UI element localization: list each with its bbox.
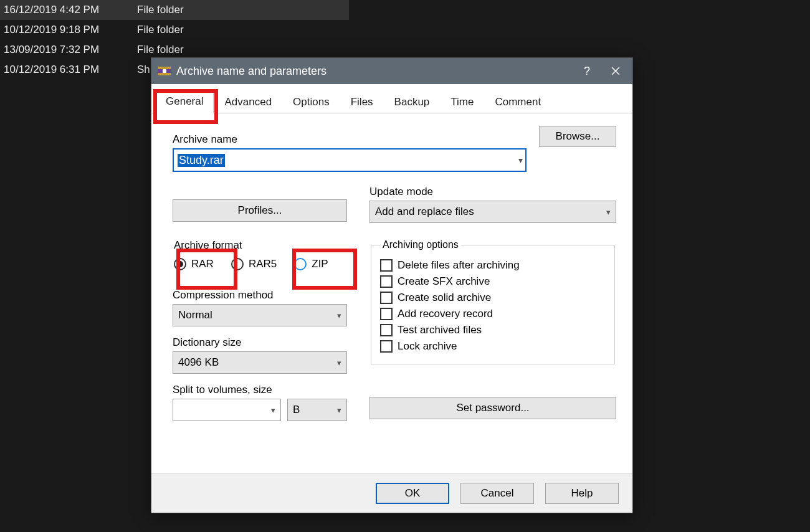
help-button[interactable]: ? bbox=[573, 58, 601, 84]
tab-body-general: Archive name Study.rar ▾ Browse... Profi… bbox=[151, 113, 632, 473]
archive-name-value: Study.rar bbox=[178, 154, 225, 167]
file-date: 16/12/2019 4:42 PM bbox=[0, 4, 128, 16]
file-date: 10/12/2019 6:31 PM bbox=[0, 64, 128, 76]
dictionary-size-value: 4096 KB bbox=[178, 356, 219, 369]
file-type: File folder bbox=[128, 44, 184, 56]
winrar-icon bbox=[158, 64, 171, 78]
update-mode-select[interactable]: Add and replace files ▾ bbox=[369, 201, 616, 223]
tab-options[interactable]: Options bbox=[282, 92, 340, 113]
set-password-button[interactable]: Set password... bbox=[369, 397, 616, 419]
titlebar[interactable]: Archive name and parameters ? bbox=[151, 58, 632, 84]
file-row[interactable]: 16/12/2019 4:42 PM File folder bbox=[0, 0, 349, 20]
close-button[interactable] bbox=[601, 58, 630, 84]
update-mode-label: Update mode bbox=[369, 186, 616, 198]
chevron-down-icon: ▾ bbox=[337, 358, 341, 368]
checkbox-icon bbox=[380, 292, 393, 304]
compression-method-value: Normal bbox=[178, 309, 212, 321]
check-solid[interactable]: Create solid archive bbox=[380, 292, 606, 304]
split-volumes-label: Split to volumes, size bbox=[173, 384, 347, 396]
tab-advanced[interactable]: Advanced bbox=[214, 92, 282, 113]
cancel-button[interactable]: Cancel bbox=[460, 483, 534, 504]
tab-general[interactable]: General bbox=[155, 91, 214, 113]
radio-rar5[interactable]: RAR5 bbox=[231, 258, 277, 270]
dialog-button-bar: OK Cancel Help bbox=[151, 473, 632, 513]
chevron-down-icon: ▾ bbox=[337, 406, 341, 415]
split-unit-select[interactable]: B ▾ bbox=[287, 399, 347, 421]
svg-rect-3 bbox=[163, 69, 166, 73]
help-button-bottom[interactable]: Help bbox=[545, 483, 619, 504]
radio-dot-icon bbox=[294, 258, 307, 270]
tab-time[interactable]: Time bbox=[440, 92, 484, 113]
file-type: Sh bbox=[128, 64, 150, 76]
compression-method-label: Compression method bbox=[173, 289, 347, 302]
check-delete-after[interactable]: Delete files after archiving bbox=[380, 259, 606, 272]
archive-name-input[interactable]: Study.rar ▾ bbox=[173, 148, 526, 172]
chevron-down-icon: ▾ bbox=[271, 406, 275, 415]
dialog-title: Archive name and parameters bbox=[171, 65, 573, 78]
chevron-down-icon: ▾ bbox=[337, 311, 341, 320]
radio-dot-icon bbox=[174, 258, 186, 270]
checkbox-icon bbox=[380, 324, 393, 336]
update-mode-value: Add and replace files bbox=[375, 206, 474, 218]
browse-button[interactable]: Browse... bbox=[539, 126, 616, 147]
archive-name-label: Archive name bbox=[173, 133, 526, 146]
tab-backup[interactable]: Backup bbox=[384, 92, 441, 113]
checkbox-icon bbox=[380, 259, 393, 272]
checkbox-icon bbox=[380, 340, 393, 353]
tab-comment[interactable]: Comment bbox=[484, 92, 551, 113]
file-row[interactable]: 10/12/2019 9:18 PM File folder bbox=[0, 20, 349, 40]
archiving-options-label: Archiving options bbox=[380, 239, 461, 250]
chevron-down-icon: ▾ bbox=[606, 207, 611, 217]
tab-files[interactable]: Files bbox=[340, 92, 384, 113]
profiles-button[interactable]: Profiles... bbox=[173, 199, 347, 222]
chevron-down-icon[interactable]: ▾ bbox=[518, 155, 523, 165]
checkbox-icon bbox=[380, 275, 393, 288]
archive-format-group: Archive format RAR RAR5 ZIP bbox=[174, 239, 346, 274]
radio-zip[interactable]: ZIP bbox=[294, 258, 328, 270]
check-recovery[interactable]: Add recovery record bbox=[380, 308, 606, 320]
split-size-input[interactable]: ▾ bbox=[173, 399, 281, 421]
svg-rect-2 bbox=[158, 73, 171, 75]
archive-format-label: Archive format bbox=[174, 239, 346, 252]
ok-button[interactable]: OK bbox=[376, 483, 449, 504]
split-unit-value: B bbox=[293, 404, 300, 416]
check-lock[interactable]: Lock archive bbox=[380, 340, 606, 353]
compression-method-select[interactable]: Normal ▾ bbox=[173, 304, 347, 326]
dictionary-size-select[interactable]: 4096 KB ▾ bbox=[173, 351, 347, 374]
radio-dot-icon bbox=[231, 258, 244, 270]
file-date: 13/09/2019 7:32 PM bbox=[0, 44, 128, 56]
checkbox-icon bbox=[380, 308, 393, 320]
radio-rar[interactable]: RAR bbox=[174, 258, 214, 270]
tabstrip: General Advanced Options Files Backup Ti… bbox=[151, 84, 632, 113]
file-type: File folder bbox=[128, 4, 184, 16]
check-test[interactable]: Test archived files bbox=[380, 324, 606, 336]
file-type: File folder bbox=[128, 24, 184, 36]
check-sfx[interactable]: Create SFX archive bbox=[380, 275, 606, 288]
svg-rect-1 bbox=[158, 67, 171, 69]
archive-parameters-dialog: Archive name and parameters ? General Ad… bbox=[151, 57, 633, 513]
dictionary-size-label: Dictionary size bbox=[173, 336, 347, 349]
archiving-options-group: Archiving options Delete files after arc… bbox=[371, 239, 615, 364]
file-date: 10/12/2019 9:18 PM bbox=[0, 24, 128, 36]
